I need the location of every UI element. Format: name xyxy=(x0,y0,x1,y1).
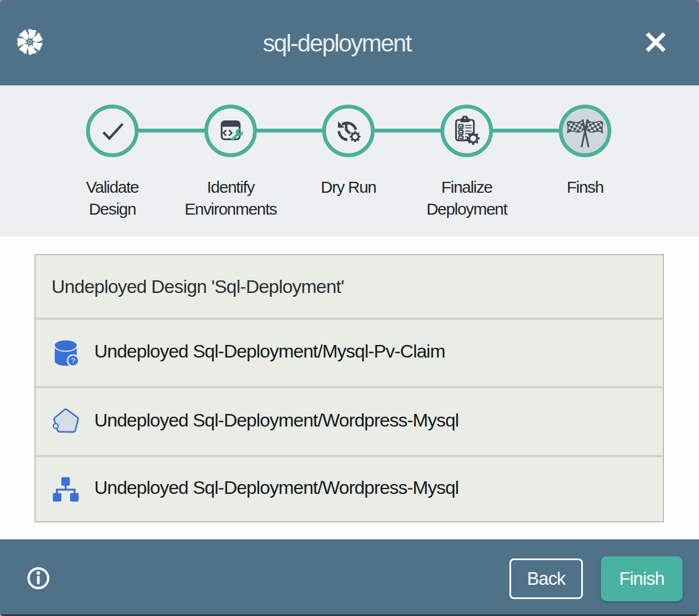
svg-text:?: ? xyxy=(71,356,76,365)
